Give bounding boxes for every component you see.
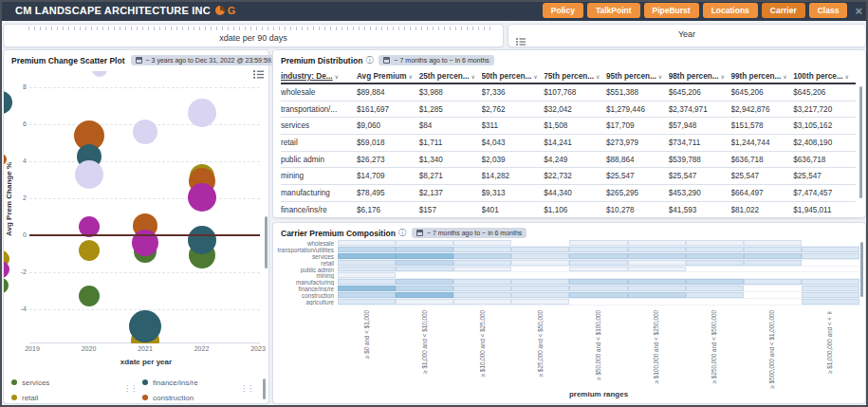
heatmap-cell[interactable]	[338, 253, 396, 259]
column-header[interactable]: industry: De...∨	[281, 72, 357, 81]
heatmap-cell[interactable]	[569, 260, 627, 266]
heatmap-cell[interactable]	[511, 260, 569, 266]
heatmap-cell[interactable]	[396, 292, 453, 298]
heatmap-cell[interactable]	[569, 240, 627, 246]
heatmap-cell[interactable]	[686, 299, 744, 305]
heatmap-cell[interactable]	[802, 267, 859, 272]
scatter-bubble[interactable]	[188, 183, 216, 212]
heatmap-cell[interactable]	[396, 240, 453, 246]
scatter-bubble[interactable]	[188, 226, 216, 254]
heatmap-cell[interactable]	[338, 272, 396, 278]
heatmap-cell[interactable]	[628, 272, 686, 278]
info-icon[interactable]: ⓘ	[398, 228, 406, 238]
heatmap-cell[interactable]	[686, 260, 744, 266]
heatmap-cell[interactable]	[511, 292, 569, 298]
nav-button-class[interactable]: Class	[809, 3, 848, 18]
nav-button-carrier[interactable]: Carrier	[762, 3, 805, 18]
heatmap-cell[interactable]	[453, 260, 511, 266]
heatmap-cell[interactable]	[453, 253, 511, 259]
heatmap-cell[interactable]	[628, 299, 686, 305]
heatmap-cell[interactable]	[744, 253, 802, 259]
heatmap-cell[interactable]	[511, 286, 569, 291]
heatmap-cell[interactable]	[338, 292, 396, 298]
heatmap-cell[interactable]	[453, 267, 511, 272]
scatter-bubble[interactable]	[79, 240, 100, 261]
heatmap-cell[interactable]	[802, 279, 859, 285]
legend-drag-handle[interactable]: ⋮⋮	[123, 384, 137, 393]
scatter-bubble[interactable]	[79, 286, 100, 306]
heatmap-cell[interactable]	[396, 299, 453, 305]
scatter-date-badge[interactable]: ~ 3 years ago to Dec 31, 2022 @ 23:59:59…	[131, 55, 289, 65]
heatmap-cell[interactable]	[453, 279, 511, 285]
heatmap-cell[interactable]	[569, 247, 627, 252]
legend-item-finance-ins-re[interactable]: finance/ins/re	[142, 375, 273, 390]
heatmap-cell[interactable]	[453, 247, 511, 252]
heatmap-cell[interactable]	[802, 272, 859, 278]
heatmap-cell[interactable]	[628, 267, 686, 272]
nav-button-policy[interactable]: Policy	[543, 3, 583, 18]
column-header[interactable]: 50th percen...∨	[482, 72, 545, 81]
scatter-scrollbar[interactable]	[265, 216, 268, 268]
heatmap-cell[interactable]	[686, 286, 744, 291]
heatmap-cell[interactable]	[628, 279, 686, 285]
column-header[interactable]: 75th percen...∨	[544, 72, 606, 81]
heatmap-cell[interactable]	[569, 292, 627, 298]
column-header[interactable]: 98th percen...∨	[669, 72, 731, 81]
heatmap-cell[interactable]	[453, 286, 511, 291]
heatmap-cell[interactable]	[569, 299, 627, 305]
heatmap-cell[interactable]	[686, 267, 744, 272]
heatmap-cell[interactable]	[686, 292, 744, 298]
heatmap-cell[interactable]	[628, 292, 686, 298]
column-header[interactable]: Avg Premium∨	[357, 72, 419, 81]
heatmap-cell[interactable]	[802, 253, 859, 259]
heatmap-cell[interactable]	[802, 247, 859, 252]
heatmap-cell[interactable]	[628, 240, 686, 246]
column-header[interactable]: 95th percen...∨	[606, 72, 669, 81]
heatmap-cell[interactable]	[338, 286, 396, 291]
heatmap-cell[interactable]	[396, 272, 453, 278]
scatter-bubble[interactable]	[92, 71, 107, 77]
heatmap-cell[interactable]	[744, 247, 802, 252]
column-header[interactable]: 25th percen...∨	[419, 72, 482, 81]
heatmap-cell[interactable]	[569, 286, 627, 291]
heatmap-cell[interactable]	[802, 299, 859, 305]
heatmap-cell[interactable]	[569, 272, 627, 278]
heatmap-cell[interactable]	[511, 267, 569, 272]
heatmap-cell[interactable]	[744, 292, 802, 298]
table-date-badge[interactable]: ~ 7 months ago to ~ in 6 months	[379, 55, 493, 65]
heatmap-cell[interactable]	[511, 240, 569, 246]
heatmap-cell[interactable]	[628, 247, 686, 252]
heatmap-cell[interactable]	[396, 286, 453, 291]
nav-button-talkpoint[interactable]: TalkPoint	[587, 3, 640, 18]
heatmap-cell[interactable]	[802, 260, 859, 266]
legend-scrollbar[interactable]	[263, 379, 266, 399]
scatter-bubble[interactable]	[132, 230, 158, 256]
legend-drag-handle[interactable]: ⋮⋮	[240, 384, 253, 393]
heatmap-cell[interactable]	[744, 272, 802, 278]
heatmap-cell[interactable]	[511, 272, 569, 278]
heatmap-cell[interactable]	[569, 279, 627, 285]
heatmap-cell[interactable]	[628, 286, 686, 291]
heatmap-cell[interactable]	[338, 279, 396, 285]
heatmap-cell[interactable]	[453, 240, 511, 246]
nav-button-locations[interactable]: Locations	[703, 3, 758, 18]
close-icon[interactable]: ×	[855, 4, 862, 18]
heatmap-cell[interactable]	[511, 247, 569, 252]
heatmap-scrollbar[interactable]	[860, 242, 863, 297]
heatmap-cell[interactable]	[744, 260, 802, 266]
heatmap-cell[interactable]	[802, 286, 859, 291]
heatmap-cell[interactable]	[338, 260, 396, 266]
heatmap-cell[interactable]	[396, 247, 453, 252]
column-header[interactable]: 99th percen...∨	[731, 72, 794, 81]
heatmap-cell[interactable]	[453, 272, 511, 278]
heatmap-cell[interactable]	[686, 253, 744, 259]
heatmap-date-badge[interactable]: ~ 7 months ago to ~ in 6 months	[412, 228, 526, 238]
nav-button-pipeburst[interactable]: PipeBurst	[644, 3, 699, 18]
heatmap-cell[interactable]	[686, 279, 744, 285]
heatmap-cell[interactable]	[511, 299, 569, 305]
heatmap-cell[interactable]	[396, 260, 453, 266]
info-icon[interactable]: ⓘ	[365, 55, 373, 65]
table-scrollbar[interactable]	[859, 86, 862, 198]
heatmap-cell[interactable]	[453, 299, 511, 305]
heatmap-cell[interactable]	[744, 240, 802, 246]
